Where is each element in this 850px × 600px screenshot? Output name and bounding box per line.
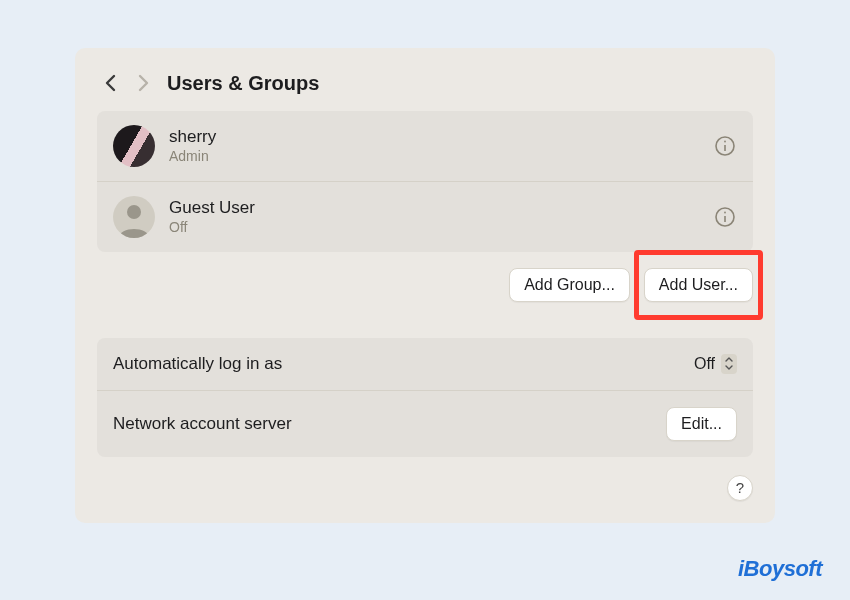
svg-point-2: [724, 140, 726, 142]
add-user-button[interactable]: Add User...: [644, 268, 753, 302]
nav-arrows: [101, 73, 153, 93]
auto-login-select[interactable]: Off: [694, 354, 737, 374]
settings-list: Automatically log in as Off Network acco…: [97, 338, 753, 457]
user-row[interactable]: sherry Admin: [97, 111, 753, 181]
watermark: iBoysoft: [738, 556, 822, 582]
auto-login-row: Automatically log in as Off: [97, 338, 753, 390]
user-role: Off: [169, 219, 699, 235]
user-text: sherry Admin: [169, 127, 699, 164]
forward-button[interactable]: [133, 73, 153, 93]
chevron-up-down-icon: [721, 354, 737, 374]
info-icon[interactable]: [713, 134, 737, 158]
user-name: Guest User: [169, 198, 699, 218]
user-row[interactable]: Guest User Off: [97, 181, 753, 252]
add-group-button[interactable]: Add Group...: [509, 268, 630, 302]
help-row: ?: [97, 457, 753, 501]
user-role: Admin: [169, 148, 699, 164]
svg-point-6: [724, 211, 726, 213]
avatar: [113, 125, 155, 167]
help-button[interactable]: ?: [727, 475, 753, 501]
network-server-row: Network account server Edit...: [97, 390, 753, 457]
users-list: sherry Admin Guest User Off: [97, 111, 753, 252]
select-value: Off: [694, 355, 715, 373]
page-title: Users & Groups: [167, 72, 319, 95]
edit-button[interactable]: Edit...: [666, 407, 737, 441]
user-name: sherry: [169, 127, 699, 147]
setting-label: Network account server: [113, 414, 292, 434]
users-groups-panel: Users & Groups sherry Admin Guest User O…: [75, 48, 775, 523]
setting-label: Automatically log in as: [113, 354, 282, 374]
avatar: [113, 196, 155, 238]
info-icon[interactable]: [713, 205, 737, 229]
back-button[interactable]: [101, 73, 121, 93]
action-buttons: Add Group... Add User...: [97, 252, 753, 310]
header: Users & Groups: [97, 66, 753, 111]
svg-point-3: [127, 205, 141, 219]
user-text: Guest User Off: [169, 198, 699, 235]
